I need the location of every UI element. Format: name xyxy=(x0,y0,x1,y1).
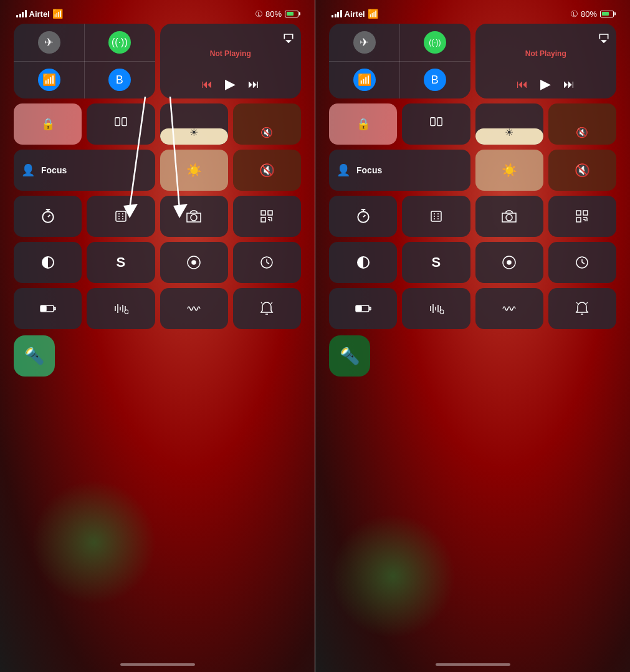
screen-mirror-right[interactable] xyxy=(402,103,470,145)
clock-right[interactable] xyxy=(548,242,616,283)
volume-slider-left[interactable]: 🔇 xyxy=(233,103,301,145)
volume-small-right[interactable]: 🔇 xyxy=(548,150,616,191)
brightness-small-right[interactable]: ☀️ xyxy=(475,150,543,191)
audio-waveform-right[interactable] xyxy=(475,288,543,329)
screen-lock-left[interactable]: 🔒 xyxy=(14,103,82,145)
battery-status-left[interactable] xyxy=(14,288,82,329)
cellular-left[interactable]: ((·)) xyxy=(84,24,155,61)
focus-tile-left[interactable]: 👤 Focus xyxy=(14,150,155,191)
notification-right[interactable] xyxy=(548,288,616,329)
ffwd-button-left[interactable]: ⏭ xyxy=(248,78,259,91)
svg-rect-55 xyxy=(576,211,581,215)
home-indicator-right[interactable] xyxy=(436,663,510,666)
svg-rect-20 xyxy=(261,218,265,222)
svg-rect-70 xyxy=(356,306,361,311)
camera-left[interactable] xyxy=(160,196,228,237)
cc-grid-right: ✈ ((·)) 📶 B xyxy=(327,24,619,377)
svg-point-17 xyxy=(191,214,197,221)
sound-recognition-left[interactable] xyxy=(87,288,155,329)
volume-slider-right[interactable]: 🔇 xyxy=(548,103,616,145)
play-button-left[interactable]: ▶ xyxy=(225,76,236,92)
signal-bars xyxy=(16,10,27,17)
flashlight-right[interactable]: 🔦 xyxy=(329,335,370,377)
wifi-toggle-right[interactable]: 📶 xyxy=(329,61,399,98)
media-controls-left: ⏮ ▶ ⏭ xyxy=(201,76,259,92)
not-playing-text-right: Not Playing xyxy=(525,49,566,76)
flashlight-left[interactable]: 🔦 xyxy=(14,335,55,377)
brightness-small-left[interactable]: ☀️ xyxy=(160,150,228,191)
calculator-right[interactable] xyxy=(402,196,470,237)
rewind-button-right[interactable]: ⏮ xyxy=(517,78,528,91)
left-content: Airtel 📶 Ⓛ 80% ✈ xyxy=(0,0,315,377)
airplane-icon-circle-left: ✈ xyxy=(38,31,60,54)
icon-row2-left: S xyxy=(14,242,301,283)
mute-icon-left: 🔇 xyxy=(259,163,275,178)
svg-line-66 xyxy=(582,262,585,264)
svg-rect-10 xyxy=(116,211,126,221)
bluetooth-icon-circle-left: B xyxy=(108,69,131,91)
screen-lock-right[interactable]: 🔒 xyxy=(329,103,397,145)
brightness-slider-left[interactable]: ☀ xyxy=(160,103,228,145)
timer-left[interactable] xyxy=(14,196,82,237)
brightness-slider-right[interactable]: ☀ xyxy=(475,103,543,145)
voice-memo-left[interactable] xyxy=(160,242,228,283)
wifi-toggle-left[interactable]: 📶 xyxy=(14,61,84,98)
svg-rect-18 xyxy=(261,211,265,215)
focus-sliders-left: ☀️ 🔇 xyxy=(160,150,302,191)
svg-rect-41 xyxy=(431,117,435,125)
flashlight-row-left: 🔦 xyxy=(14,335,301,377)
play-button-right[interactable]: ▶ xyxy=(540,76,551,92)
now-playing-header-left xyxy=(166,31,295,47)
svg-line-46 xyxy=(363,215,365,217)
bluetooth-left[interactable]: B xyxy=(84,61,155,98)
screen-mirror-left[interactable] xyxy=(87,103,155,145)
svg-point-54 xyxy=(506,214,512,221)
conn-divider-v-left xyxy=(84,24,85,98)
dark-mode-right[interactable] xyxy=(329,242,397,283)
left-phone-panel: Airtel 📶 Ⓛ 80% ✈ xyxy=(0,0,315,672)
bluetooth-icon-circle-right: B xyxy=(424,69,446,91)
flashlight-icon-right: 🔦 xyxy=(340,347,360,366)
rewind-button-left[interactable]: ⏮ xyxy=(201,78,212,91)
clock-left[interactable] xyxy=(233,242,301,283)
svg-rect-19 xyxy=(268,211,272,215)
row3-right: 👤 Focus ☀️ 🔇 xyxy=(329,150,616,191)
dark-mode-left[interactable] xyxy=(14,242,82,283)
lock-rotation-icon-right: 🔒 xyxy=(356,117,370,131)
carrier-name-right: Airtel xyxy=(345,9,365,19)
signal-bars-right xyxy=(332,10,342,17)
svg-line-39 xyxy=(128,313,128,314)
mirror-icon-right xyxy=(429,116,443,133)
cellular-right[interactable]: ((·)) xyxy=(399,24,470,61)
shazam-right[interactable]: S xyxy=(402,242,470,283)
focus-tile-right[interactable]: 👤 Focus xyxy=(329,150,470,191)
qr-scanner-right[interactable] xyxy=(548,196,616,237)
shazam-left[interactable]: S xyxy=(87,242,155,283)
battery-status-right[interactable] xyxy=(329,288,397,329)
airplane-mode-right[interactable]: ✈ xyxy=(329,24,399,61)
bluetooth-right[interactable]: B xyxy=(399,61,470,98)
camera-right[interactable] xyxy=(475,196,543,237)
sound-recognition-right[interactable] xyxy=(402,288,470,329)
airplane-mode-left[interactable]: ✈ xyxy=(14,24,84,61)
bar1r xyxy=(332,15,333,17)
notification-left[interactable] xyxy=(233,288,301,329)
not-playing-text-left: Not Playing xyxy=(210,49,251,76)
now-playing-block-left[interactable]: Not Playing ⏮ ▶ ⏭ xyxy=(160,24,302,98)
wifi-symbol-right: 📶 xyxy=(358,73,371,87)
home-indicator-left[interactable] xyxy=(120,663,195,666)
voice-memo-right[interactable] xyxy=(475,242,543,283)
row1-left: ✈ ((·)) 📶 B xyxy=(14,24,301,98)
now-playing-block-right[interactable]: Not Playing ⏮ ▶ ⏭ xyxy=(475,24,617,98)
calculator-left[interactable] xyxy=(87,196,155,237)
bar4 xyxy=(25,10,27,17)
sun-icon-right: ☀️ xyxy=(502,163,517,178)
cellular-icon-right: ((·)) xyxy=(429,38,441,47)
volume-small-left[interactable]: 🔇 xyxy=(233,150,301,191)
audio-waveform-left[interactable] xyxy=(160,288,228,329)
timer-right[interactable] xyxy=(329,196,397,237)
ffwd-button-right[interactable]: ⏭ xyxy=(563,78,575,91)
svg-rect-4 xyxy=(115,117,120,125)
qr-scanner-left[interactable] xyxy=(233,196,301,237)
airplane-icon-right: ✈ xyxy=(360,36,369,49)
